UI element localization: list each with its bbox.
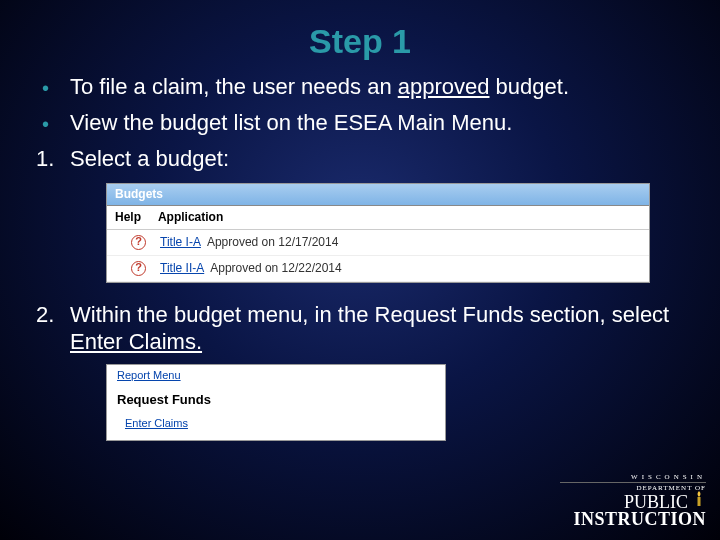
budget-status: Approved on 12/17/2014 [207, 235, 338, 250]
torch-icon [692, 490, 706, 508]
logo-state: WISCONSIN [560, 473, 706, 483]
underlined-link-text: Enter Claims. [70, 329, 202, 354]
bullet-marker: • [36, 109, 70, 137]
help-icon[interactable]: ? [131, 261, 146, 276]
panel-header: Budgets [107, 184, 649, 206]
bullet-item: • To file a claim, the user needs an app… [36, 73, 684, 101]
budget-status: Approved on 12/22/2014 [210, 261, 341, 276]
numbered-item: 2. Within the budget menu, in the Reques… [36, 301, 684, 356]
request-funds-screenshot: Report Menu Request Funds Enter Claims [106, 364, 446, 442]
menu-help[interactable]: Help [115, 210, 141, 224]
slide-title: Step 1 [0, 0, 720, 73]
budget-link-title-ii-a[interactable]: Title II-A [160, 261, 204, 276]
numbered-item: 1. Select a budget: [36, 145, 684, 173]
slide-content: • To file a claim, the user needs an app… [0, 73, 720, 441]
menubar: Help Application [107, 206, 649, 230]
help-icon[interactable]: ? [131, 235, 146, 250]
numbered-text: Select a budget: [70, 145, 684, 173]
svg-rect-0 [698, 497, 701, 506]
logo-word-instruction: INSTRUCTION [573, 509, 706, 529]
menu-application[interactable]: Application [158, 210, 223, 224]
bullet-text: View the budget list on the ESEA Main Me… [70, 109, 684, 137]
bullet-item: • View the budget list on the ESEA Main … [36, 109, 684, 137]
budget-row: ? Title II-A Approved on 12/22/2014 [107, 256, 649, 282]
enter-claims-link[interactable]: Enter Claims [125, 417, 435, 431]
budget-list-screenshot: Budgets Help Application ? Title I-A App… [106, 183, 650, 283]
request-funds-heading: Request Funds [117, 392, 435, 408]
report-menu-link[interactable]: Report Menu [117, 369, 435, 383]
budget-row: ? Title I-A Approved on 12/17/2014 [107, 230, 649, 256]
numbered-text: Within the budget menu, in the Request F… [70, 301, 684, 356]
underlined-word: approved [398, 74, 490, 99]
bullet-text: To file a claim, the user needs an appro… [70, 73, 684, 101]
dpi-logo: WISCONSIN DEPARTMENT OF PUBLIC INSTRUCTI… [560, 473, 706, 530]
budget-link-title-i-a[interactable]: Title I-A [160, 235, 201, 250]
number-marker: 1. [36, 145, 70, 173]
bullet-marker: • [36, 73, 70, 101]
number-marker: 2. [36, 301, 70, 356]
